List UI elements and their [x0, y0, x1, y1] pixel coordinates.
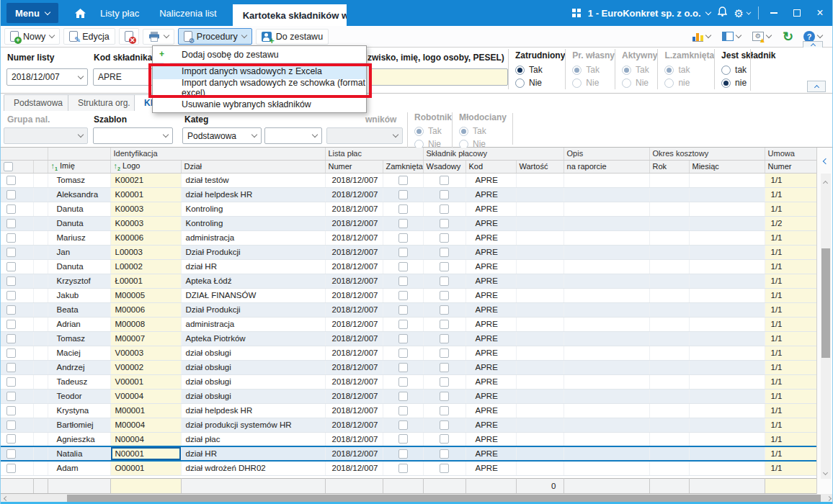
delete-button[interactable]: ✕	[119, 28, 139, 45]
cell-umowa-numer[interactable]: 1/1	[765, 317, 816, 331]
cell-kod[interactable]: APRE	[466, 302, 516, 317]
checkbox-icon[interactable]	[398, 464, 408, 473]
checkbox-icon[interactable]	[440, 449, 449, 459]
cell-na-raporcie[interactable]	[564, 317, 649, 331]
cell-logo[interactable]: M00004	[110, 418, 181, 432]
cell-kod[interactable]: APRE	[466, 173, 516, 187]
cell-miesiac[interactable]	[689, 216, 765, 230]
cell-na-raporcie[interactable]	[564, 389, 649, 403]
cell-imie[interactable]: Adrian	[48, 317, 110, 331]
cell-kod[interactable]: APRE	[466, 245, 516, 259]
col-kod[interactable]: Kod	[466, 160, 516, 173]
table-row[interactable]: DanutaL00002dział HR2018/12/007APRE1/1	[1, 259, 816, 274]
cell-na-raporcie[interactable]	[564, 418, 649, 432]
cell-lista-numer[interactable]: 2018/12/007	[325, 288, 383, 302]
checkbox-icon[interactable]	[398, 291, 408, 300]
cell-rok[interactable]	[649, 346, 689, 360]
scroll-left-icon[interactable]	[3, 495, 8, 500]
table-row[interactable]: TeodorV00004dział obsługi2018/12/007APRE…	[1, 389, 816, 403]
scroll-down-icon[interactable]	[823, 470, 828, 475]
cell-dzial[interactable]: dział płac	[181, 432, 325, 446]
checkbox-icon[interactable]	[6, 449, 16, 459]
radio-option[interactable]: nie	[721, 76, 775, 89]
table-row[interactable]: MaciejV00003dział obsługi2018/12/007APRE…	[1, 346, 816, 360]
cell-lista-numer[interactable]: 2018/12/007	[325, 274, 383, 288]
cell-lista-numer[interactable]: 2018/12/007	[325, 403, 383, 418]
cell-kod[interactable]: APRE	[466, 389, 516, 403]
cell-dzial[interactable]: DZIAŁ FINANSÓW	[181, 288, 325, 302]
checkbox-icon[interactable]	[6, 420, 16, 430]
table-row[interactable]: AleksandraK00001dział helpdesk HR2018/12…	[1, 187, 816, 202]
layout-panel-icon[interactable]	[722, 32, 734, 41]
cell-rok[interactable]	[649, 274, 689, 288]
cell-imie[interactable]: Mariusz	[48, 230, 110, 245]
col-na-raporcie[interactable]: na raporcie	[564, 160, 649, 173]
table-row[interactable]: DanutaK00003Kontroling2018/12/007APRE1/2	[1, 216, 816, 230]
cell-logo[interactable]: N00004	[110, 432, 181, 446]
cell-imie[interactable]: Maciej	[48, 346, 110, 360]
minimize-button[interactable]	[766, 5, 782, 21]
cell-imie[interactable]: Tadeusz	[48, 374, 110, 389]
cell-rok[interactable]	[649, 360, 689, 374]
cell-miesiac[interactable]	[689, 346, 765, 360]
cell-imie[interactable]: Jan	[48, 245, 110, 259]
cell-lista-numer[interactable]: 2018/12/007	[325, 331, 383, 346]
cell-logo[interactable]: M00006	[110, 302, 181, 317]
cell-umowa-numer[interactable]: 1/1	[765, 173, 816, 187]
col-wsadowy[interactable]: Wsadowy	[423, 160, 466, 173]
col-imie[interactable]: ↑1 Imię	[48, 160, 110, 173]
menu-button[interactable]: Menu	[6, 3, 58, 23]
cell-umowa-numer[interactable]: 1/1	[765, 274, 816, 288]
maximize-button[interactable]	[789, 5, 805, 21]
vertical-scrollbar[interactable]	[821, 174, 831, 479]
table-row[interactable]: KrystynaM00001dział helpdesk HR2018/12/0…	[1, 403, 816, 418]
checkbox-icon[interactable]	[398, 248, 408, 257]
checkbox-icon[interactable]	[6, 334, 16, 343]
checkbox-icon[interactable]	[6, 233, 16, 243]
checkbox-icon[interactable]	[6, 392, 16, 401]
edit-button[interactable]: ✎ Edycja	[63, 28, 115, 45]
cell-wartosc[interactable]	[516, 374, 564, 389]
cell-logo[interactable]: L00003	[110, 245, 181, 259]
procedures-button[interactable]: ⚙ Procedury	[178, 28, 252, 45]
cell-wartosc[interactable]	[516, 418, 564, 432]
cell-lista-numer[interactable]: 2018/12/007	[325, 360, 383, 374]
cell-miesiac[interactable]	[689, 446, 765, 461]
cell-logo[interactable]: K00021	[110, 173, 181, 187]
cell-rok[interactable]	[649, 259, 689, 274]
cell-dzial[interactable]: dział obsługi	[181, 374, 325, 389]
cell-wartosc[interactable]	[516, 446, 564, 461]
cell-logo[interactable]: Ł00001	[110, 274, 181, 288]
cell-na-raporcie[interactable]	[564, 403, 649, 418]
cell-kod[interactable]: APRE	[466, 230, 516, 245]
checkbox-icon[interactable]	[6, 363, 16, 372]
cell-lista-numer[interactable]: 2018/12/007	[325, 173, 383, 187]
cell-wartosc[interactable]	[516, 403, 564, 418]
cell-wartosc[interactable]	[516, 389, 564, 403]
cell-umowa-numer[interactable]: 1/1	[765, 360, 816, 374]
cell-dzial[interactable]: dział produkcji systemów HR	[181, 418, 325, 432]
cell-dzial[interactable]: dział obsługi	[181, 346, 325, 360]
scroll-up-icon[interactable]	[823, 181, 828, 186]
table-row[interactable]: BartłomiejM00004dział produkcji systemów…	[1, 418, 816, 432]
cell-logo[interactable]: K00003	[110, 216, 181, 230]
checkbox-icon[interactable]	[6, 406, 16, 415]
cell-kod[interactable]: APRE	[466, 446, 516, 461]
cell-na-raporcie[interactable]	[564, 446, 649, 461]
vertical-scrollbar-thumb[interactable]	[821, 248, 830, 358]
cell-umowa-numer[interactable]: 1/1	[765, 288, 816, 302]
cell-imie[interactable]: Natalia	[48, 446, 110, 461]
home-button[interactable]	[71, 9, 90, 18]
cell-dzial[interactable]: dział obsługi	[181, 389, 325, 403]
cell-rok[interactable]	[649, 173, 689, 187]
cell-kod[interactable]: APRE	[466, 202, 516, 216]
cell-kod[interactable]: APRE	[466, 331, 516, 346]
table-row[interactable]: AdamO00001dział wdrożeń DHR022018/12/007…	[1, 461, 816, 475]
filter-combo-4[interactable]	[264, 127, 322, 144]
scroll-right-icon[interactable]	[826, 495, 831, 500]
nav-tab-listy-plac[interactable]: Listy płac	[90, 0, 149, 26]
table-row[interactable]: JakubM00005DZIAŁ FINANSÓW2018/12/007APRE…	[1, 288, 816, 302]
checkbox-icon[interactable]	[6, 219, 16, 228]
checkbox-icon[interactable]	[440, 348, 449, 358]
cell-imie[interactable]: Adam	[48, 461, 110, 475]
